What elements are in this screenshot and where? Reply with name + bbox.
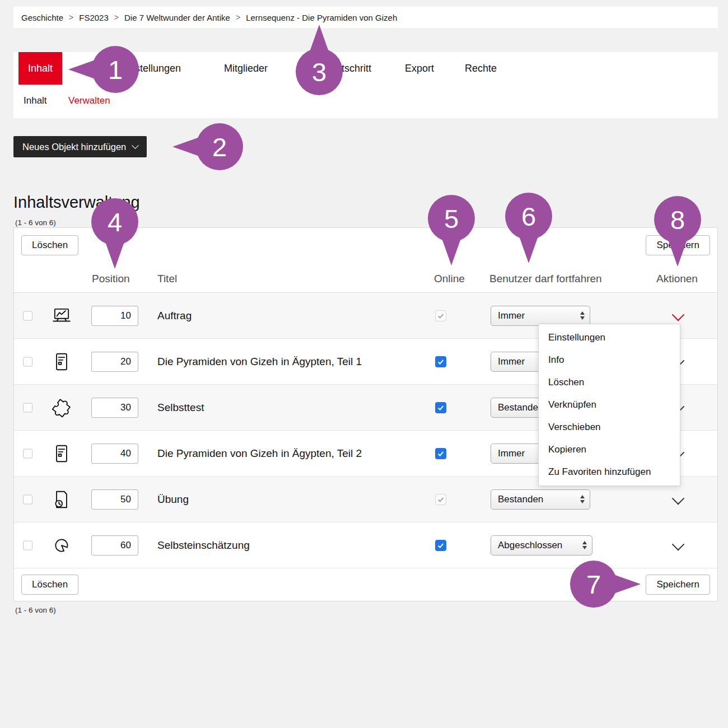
breadcrumb-item[interactable]: Geschichte [21, 13, 63, 22]
breadcrumb-item[interactable]: Die 7 Weltwunder der Antike [124, 13, 230, 22]
annotation-marker-3: 3 [296, 48, 343, 95]
add-object-button-label: Neues Objekt hinzufügen [22, 142, 126, 152]
continue-select-value: Immer [491, 356, 525, 367]
continue-select-value: Immer [491, 448, 525, 459]
breadcrumb-separator: > [69, 13, 73, 22]
continue-select-value: Immer [491, 310, 525, 321]
marker-number: 2 [196, 123, 243, 170]
row-title[interactable]: Die Pyramiden von Gizeh in Ägypten, Teil… [157, 447, 362, 460]
content-page-icon [51, 351, 72, 372]
marker-number: 1 [92, 46, 139, 93]
online-checkbox[interactable] [435, 402, 446, 413]
continue-select-value: Abgeschlossen [491, 540, 562, 551]
marker-number: 3 [296, 48, 343, 95]
menu-item-verknuepfen[interactable]: Verknüpfen [539, 394, 680, 416]
menu-item-loeschen[interactable]: Löschen [539, 371, 680, 394]
tab-export[interactable]: Export [405, 52, 434, 85]
column-header-position: Position [92, 273, 130, 285]
row-select-checkbox[interactable] [23, 403, 32, 412]
position-input[interactable] [91, 535, 138, 556]
row-title[interactable]: Selbsteinschätzung [157, 539, 250, 552]
continue-select[interactable]: Abgeschlossen [491, 535, 592, 556]
menu-item-info[interactable]: Info [539, 349, 680, 371]
marker-number: 4 [91, 198, 138, 245]
row-actions-chevron-icon[interactable] [672, 308, 685, 321]
breadcrumb-item[interactable]: FS2023 [79, 13, 109, 22]
menu-item-verschieben[interactable]: Verschieben [539, 416, 680, 438]
annotation-marker-6: 6 [505, 193, 552, 240]
menu-item-kopieren[interactable]: Kopieren [539, 438, 680, 461]
row-actions-chevron-icon[interactable] [672, 492, 685, 505]
check-icon [437, 312, 445, 320]
column-header-continue: Benutzer darf fortfahren [489, 273, 602, 285]
breadcrumb-separator: > [236, 13, 240, 22]
test-puzzle-icon [51, 397, 72, 418]
tab-mitglieder[interactable]: Mitglieder [224, 52, 268, 85]
column-header-actions: Aktionen [656, 273, 698, 285]
row-title[interactable]: Auftrag [157, 310, 192, 322]
online-checkbox[interactable] [435, 448, 446, 459]
column-header-online: Online [434, 273, 465, 285]
annotation-marker-2: 2 [196, 123, 243, 170]
exercise-file-clock-icon [51, 489, 72, 510]
online-checkbox[interactable] [435, 540, 446, 551]
row-title[interactable]: Die Pyramiden von Gizeh in Ägypten, Teil… [157, 356, 362, 368]
menu-item-einstellungen[interactable]: Einstellungen [539, 326, 680, 349]
check-icon [437, 404, 445, 412]
marker-number: 5 [428, 195, 475, 242]
chevron-down-icon [132, 142, 139, 149]
row-select-checkbox[interactable] [23, 311, 32, 320]
continue-select-value: Bestanden [491, 494, 543, 505]
select-arrows-icon [582, 541, 587, 549]
position-input[interactable] [91, 398, 138, 418]
online-checkbox-disabled [435, 310, 446, 321]
delete-button-top[interactable]: Löschen [21, 235, 78, 255]
breadcrumb: Geschichte > FS2023 > Die 7 Weltwunder d… [13, 7, 718, 28]
row-title[interactable]: Selbsttest [157, 402, 204, 414]
page: Geschichte > FS2023 > Die 7 Weltwunder d… [0, 0, 728, 728]
row-select-checkbox[interactable] [23, 494, 32, 504]
continue-select[interactable]: Bestanden [491, 489, 590, 510]
column-header-title: Titel [157, 273, 177, 285]
marker-number: 8 [654, 196, 701, 243]
content-page-icon [51, 443, 72, 464]
range-info-top: (1 - 6 von 6) [15, 218, 56, 227]
online-checkbox-disabled [435, 494, 446, 505]
select-arrows-icon [580, 495, 585, 503]
breadcrumb-item-current[interactable]: Lernsequenz - Die Pyramiden von Gizeh [246, 13, 397, 22]
breadcrumb-separator: > [114, 13, 119, 22]
annotation-marker-5: 5 [428, 195, 475, 242]
row-actions-menu: Einstellungen Info Löschen Verknüpfen Ve… [538, 324, 680, 486]
continue-select-value: Bestanden [491, 402, 543, 413]
menu-item-zu-favoriten[interactable]: Zu Favoriten hinzufügen [539, 461, 680, 483]
range-info-bottom: (1 - 6 von 6) [15, 606, 56, 614]
row-actions-chevron-icon[interactable] [672, 538, 685, 550]
delete-button-bottom[interactable]: Löschen [21, 575, 78, 595]
learning-module-icon [51, 305, 72, 326]
online-checkbox[interactable] [435, 356, 446, 367]
position-input[interactable] [91, 489, 138, 510]
row-title[interactable]: Übung [157, 493, 189, 506]
position-input[interactable] [91, 352, 138, 372]
row-select-checkbox[interactable] [23, 449, 32, 458]
save-button-bottom[interactable]: Speichern [646, 575, 710, 595]
annotation-marker-1: 1 [92, 46, 139, 93]
marker-number: 6 [505, 193, 552, 240]
tab-rechte[interactable]: Rechte [465, 52, 497, 85]
check-icon [437, 542, 445, 549]
survey-pie-icon [51, 535, 72, 556]
position-input[interactable] [91, 306, 138, 326]
annotation-marker-4: 4 [91, 198, 138, 245]
continue-select[interactable]: Immer [491, 306, 590, 326]
row-select-checkbox[interactable] [23, 357, 32, 366]
position-input[interactable] [91, 444, 138, 464]
add-object-button[interactable]: Neues Objekt hinzufügen [13, 136, 147, 157]
check-icon [437, 496, 445, 503]
subtab-inhalt[interactable]: Inhalt [24, 85, 47, 118]
tab-inhalt[interactable]: Inhalt [18, 52, 62, 85]
annotation-marker-8: 8 [654, 196, 701, 243]
row-select-checkbox[interactable] [23, 540, 32, 550]
select-arrows-icon [580, 311, 585, 320]
check-icon [437, 358, 445, 366]
annotation-marker-7: 7 [570, 561, 617, 608]
